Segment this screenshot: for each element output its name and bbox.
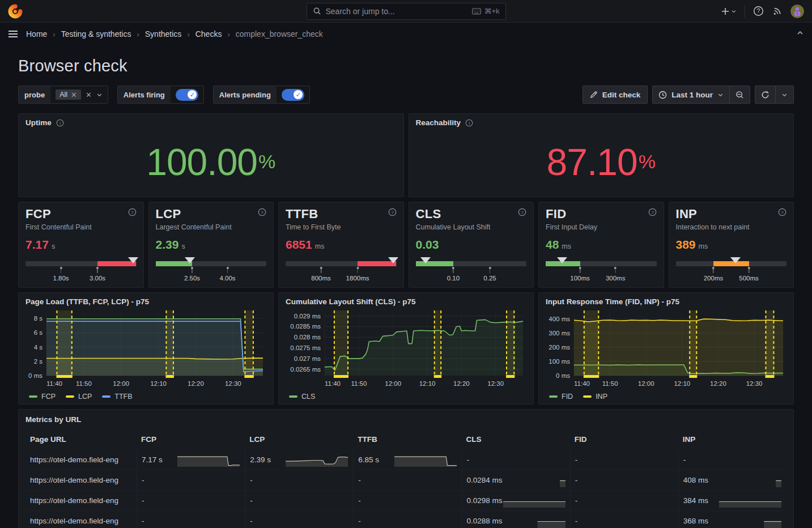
help-icon[interactable]: ? xyxy=(258,208,266,216)
annotation-marker-bar[interactable] xyxy=(165,375,174,378)
vital-value-row: 48ms xyxy=(546,238,657,252)
x-axis-label: 12:00 xyxy=(638,380,654,387)
legend-item-fid[interactable]: FID xyxy=(549,393,573,401)
y-axis-label: 0.028 ms xyxy=(294,334,321,340)
cell-fid: - xyxy=(570,491,678,511)
reachability-panel: Reachability i 87.10 % xyxy=(409,113,794,197)
gauge-tick-stem xyxy=(97,269,98,273)
chart-title[interactable]: Cumulative Layout Shift (CLS) - p75 xyxy=(286,297,526,306)
gauge-tick: 300ms xyxy=(606,267,626,282)
info-icon[interactable]: i xyxy=(56,119,64,127)
time-range-button[interactable]: Last 1 hour xyxy=(653,86,729,103)
annotation-marker-bar[interactable] xyxy=(506,375,515,378)
breadcrumb-item[interactable]: complex_browser_check xyxy=(236,29,323,39)
column-header-ttfb[interactable]: TTFB xyxy=(353,429,461,450)
cell-value: - xyxy=(358,517,361,525)
breadcrumb-item[interactable]: Home xyxy=(26,29,47,39)
cell-cls: 0.0284 ms xyxy=(462,470,570,491)
column-header-inp[interactable]: INP xyxy=(678,429,787,450)
svg-text:i: i xyxy=(59,120,61,125)
user-avatar[interactable] xyxy=(790,5,804,18)
annotation-marker-bar[interactable] xyxy=(244,375,253,378)
legend-item-cls[interactable]: CLS xyxy=(289,393,315,401)
search-input[interactable]: Search or jump to... ⌘+k xyxy=(307,3,506,20)
panel-title[interactable]: Reachability xyxy=(416,118,461,127)
legend-label: FCP xyxy=(41,393,56,401)
probe-value-chip[interactable]: All ✕ xyxy=(56,90,81,100)
edit-check-button[interactable]: Edit check xyxy=(583,86,648,104)
add-new-button[interactable] xyxy=(721,7,737,15)
refresh-button[interactable] xyxy=(755,86,775,103)
chart-title[interactable]: Page Load (TTFB, FCP, LCP) - p75 xyxy=(25,297,266,306)
cell-sparkline xyxy=(394,453,457,467)
vital-value: 6851 xyxy=(286,238,312,252)
chip-remove-icon[interactable]: ✕ xyxy=(71,91,77,99)
legend-item-inp[interactable]: INP xyxy=(583,393,607,401)
chart-canvas[interactable]: 0 ms2 s4 s6 s8 s11:4011:5012:0012:1012:2… xyxy=(25,308,266,389)
help-icon[interactable]: ? xyxy=(388,208,397,216)
menu-toggle-icon[interactable] xyxy=(8,30,18,38)
chart-canvas[interactable]: 0 ms100 ms200 ms300 ms400 ms11:4011:5012… xyxy=(546,308,787,389)
search-icon xyxy=(313,7,321,15)
cell-sparkline xyxy=(719,493,782,508)
cell-value: - xyxy=(142,517,144,525)
vital-title: LCP xyxy=(156,207,181,222)
cell-page-url: https://otel-demo.field-eng xyxy=(25,491,137,511)
chevron-down-icon[interactable] xyxy=(96,92,103,98)
cell-value: 0.0298 ms xyxy=(467,496,503,505)
panel-title[interactable]: Metrics by URL xyxy=(25,414,787,424)
legend-item-ttfb[interactable]: TTFB xyxy=(102,393,132,401)
annotation-marker-bar[interactable] xyxy=(765,375,774,378)
x-axis-label: 12:10 xyxy=(674,380,690,387)
gauge-tick-stem xyxy=(580,269,581,273)
refresh-interval-button[interactable] xyxy=(776,86,793,103)
help-icon[interactable]: ? xyxy=(648,208,657,216)
column-header-page-url[interactable]: Page URL xyxy=(25,429,137,450)
annotation-marker-bar[interactable] xyxy=(334,375,348,378)
legend-item-lcp[interactable]: LCP xyxy=(66,393,92,401)
x-axis-label: 12:30 xyxy=(746,380,763,387)
gauge-tick-label: 2.50s xyxy=(184,275,200,282)
annotation-marker-bar[interactable] xyxy=(584,375,599,378)
column-header-fid[interactable]: FID xyxy=(570,429,678,450)
clock-icon xyxy=(658,91,667,99)
svg-text:?: ? xyxy=(391,210,394,215)
column-header-cls[interactable]: CLS xyxy=(462,429,570,450)
annotation-marker-bar[interactable] xyxy=(56,375,72,378)
breadcrumb-separator: › xyxy=(53,30,55,39)
x-axis-label: 12:20 xyxy=(188,380,204,387)
help-icon[interactable]: ? xyxy=(128,208,137,216)
breadcrumb-item[interactable]: Testing & synthetics xyxy=(61,29,131,39)
cell-value: - xyxy=(575,476,578,484)
table-header-row: Page URLFCPLCPTTFBCLSFIDINP xyxy=(25,429,787,450)
alerts-pending-toggle[interactable]: ✓ xyxy=(282,89,304,101)
grafana-logo-icon[interactable] xyxy=(8,4,23,19)
svg-text:?: ? xyxy=(521,210,524,215)
news-button[interactable] xyxy=(772,6,783,16)
page-url-text: https://otel-demo.field-eng xyxy=(30,455,118,464)
breadcrumb-item[interactable]: Synthetics xyxy=(145,29,182,39)
breadcrumb-item[interactable]: Checks xyxy=(195,29,222,39)
help-button[interactable]: ? xyxy=(753,6,764,16)
y-axis-label: 300 ms xyxy=(549,330,570,337)
panel-title[interactable]: Uptime xyxy=(25,118,52,127)
help-icon[interactable]: ? xyxy=(778,208,787,216)
annotation-marker-bar[interactable] xyxy=(434,375,441,378)
chart-title[interactable]: Input Response Time (FID, INP) - p75 xyxy=(546,297,787,306)
cell-sparkline xyxy=(719,473,782,488)
alerts-firing-toggle[interactable]: ✓ xyxy=(176,89,198,101)
column-header-lcp[interactable]: LCP xyxy=(245,429,353,450)
zoom-out-button[interactable] xyxy=(730,86,750,103)
chart-canvas[interactable]: 0.0265 ms0.027 ms0.0275 ms0.028 ms0.0285… xyxy=(286,308,526,389)
annotation-marker-bar[interactable] xyxy=(689,375,697,378)
legend-color-dash xyxy=(583,395,592,398)
clear-filter-icon[interactable]: ✕ xyxy=(86,91,92,99)
help-icon[interactable]: ? xyxy=(518,208,526,216)
column-header-fcp[interactable]: FCP xyxy=(137,429,245,450)
kiosk-mode-button[interactable] xyxy=(796,29,804,39)
info-icon[interactable]: i xyxy=(465,119,473,127)
gauge-tick-stem xyxy=(713,269,714,273)
legend-item-fcp[interactable]: FCP xyxy=(29,393,56,401)
vital-unit: s xyxy=(181,242,185,250)
cell-value: 0.0288 ms xyxy=(467,517,503,525)
